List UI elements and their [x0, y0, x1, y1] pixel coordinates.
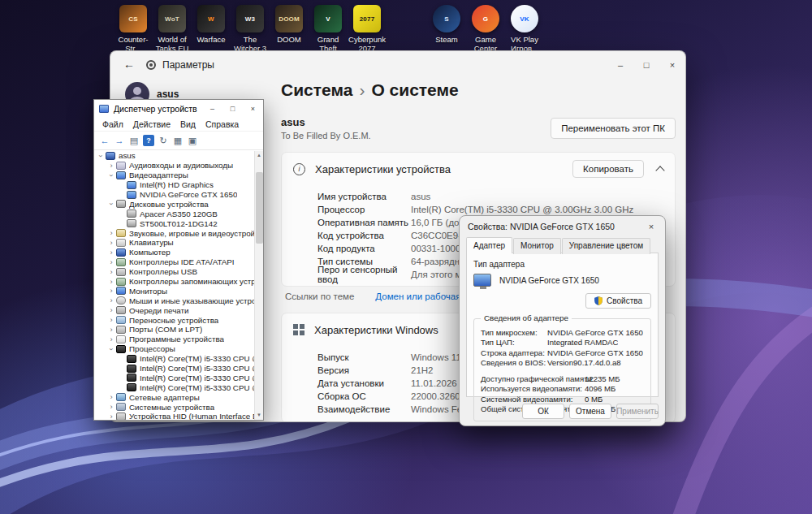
device-manager-titlebar[interactable]: Диспетчер устройств – □ ×	[94, 100, 263, 118]
menu-item[interactable]: Справка	[201, 119, 244, 129]
expander-chevron-icon[interactable]: ›	[107, 335, 115, 343]
menu-item[interactable]: Файл	[97, 119, 128, 129]
expander-chevron-icon[interactable]: ›	[107, 278, 115, 286]
minimize-button[interactable]: –	[607, 51, 633, 79]
expander-chevron-icon[interactable]: ›	[107, 239, 115, 247]
tree-item[interactable]: › Дисковые устройства	[94, 199, 254, 209]
refresh-icon[interactable]: ↻	[156, 134, 171, 148]
expander-chevron-icon[interactable]: ›	[107, 306, 115, 314]
scroll-up-icon[interactable]	[255, 151, 263, 160]
expander-chevron-icon[interactable]: ›	[107, 326, 115, 334]
close-button[interactable]: ×	[659, 51, 685, 79]
help-icon[interactable]: ?	[143, 135, 154, 146]
back-icon[interactable]: ←	[97, 134, 112, 148]
dialog-tab[interactable]: Адаптер	[466, 237, 512, 253]
expander-chevron-icon[interactable]: ›	[107, 393, 115, 401]
menu-item[interactable]: Действие	[128, 119, 175, 129]
tree-item[interactable]: Intel(R) HD Graphics	[94, 180, 254, 190]
dialog-tab[interactable]: Монитор	[513, 238, 561, 254]
tree-item[interactable]: › Переносные устройства	[94, 315, 254, 325]
maximize-button[interactable]: □	[633, 51, 659, 79]
expander-chevron-icon[interactable]: ›	[97, 152, 105, 160]
expander-chevron-icon[interactable]: ›	[107, 268, 115, 276]
tree-item-label: Видеоадаптеры	[129, 171, 188, 179]
forward-icon[interactable]: →	[112, 134, 127, 148]
tree-item[interactable]: › Компьютер	[94, 248, 254, 257]
tree-item[interactable]: › Программные устройства	[94, 335, 254, 344]
adapter-properties-button[interactable]: Свойства	[585, 293, 651, 309]
tree-item[interactable]: › asus	[94, 151, 254, 161]
windows-grid-icon	[293, 324, 304, 335]
chevron-up-icon[interactable]	[655, 166, 664, 175]
list-icon[interactable]: ▤	[127, 134, 141, 148]
tree-item[interactable]: › Мыши и иные указывающие устройства	[94, 296, 254, 305]
dialog-tabs: АдаптерМониторУправление цветом	[466, 238, 651, 254]
expander-chevron-icon[interactable]: ›	[107, 412, 115, 420]
tree-item[interactable]: Intel(R) Core(TM) i5-3330 CPU @ 3.00GHz	[94, 382, 254, 392]
tree-item[interactable]: Apacer AS350 120GB	[94, 209, 254, 218]
expander-chevron-icon[interactable]: ›	[107, 258, 115, 266]
copy-button[interactable]: Копировать	[572, 160, 644, 178]
maximize-button[interactable]: □	[222, 100, 243, 118]
apply-button[interactable]: Применить	[616, 404, 659, 419]
tree-item[interactable]: › Сетевые адаптеры	[94, 392, 254, 402]
close-button[interactable]: ×	[243, 100, 263, 118]
expander-chevron-icon[interactable]: ›	[107, 200, 115, 208]
cancel-button[interactable]: Отмена	[569, 404, 611, 419]
device-specs-header[interactable]: Характеристики устройства Копировать	[282, 153, 675, 185]
expander-chevron-icon[interactable]: ›	[107, 345, 115, 353]
tree-item[interactable]: Intel(R) Core(TM) i5-3330 CPU @ 3.00GHz	[94, 373, 254, 382]
info-value: NVIDIA GeForce GTX 1650	[547, 348, 643, 357]
close-button[interactable]: ×	[637, 216, 665, 237]
tree-item[interactable]: › Контроллеры запоминающих устройств	[94, 277, 254, 287]
tree-item[interactable]: Intel(R) Core(TM) i5-3330 CPU @ 3.00GHz	[94, 354, 254, 364]
tree-item[interactable]: › Мониторы	[94, 286, 254, 296]
tree-item[interactable]: › Системные устройства	[94, 402, 254, 412]
expander-chevron-icon[interactable]: ›	[107, 403, 115, 411]
icon-vk-play[interactable]: VK VK Play Игров...	[505, 5, 544, 53]
icon-steam[interactable]: S Steam	[427, 5, 466, 53]
tree-item[interactable]: › Процессоры	[94, 344, 254, 354]
tree-item[interactable]: › Устройства HID (Human Interface Device…	[94, 412, 254, 420]
scan-icon[interactable]: ▦	[171, 134, 185, 148]
spec-value: Intel(R) Core(TM) i5-3330 CPU @ 3.00GHz …	[411, 205, 633, 214]
info-label: Тип микросхем:	[481, 328, 547, 337]
back-button[interactable]: ←	[123, 58, 135, 71]
tree-item[interactable]: › Контроллеры IDE ATA/ATAPI	[94, 257, 254, 267]
properties-icon[interactable]: ▣	[185, 134, 200, 148]
tree-item[interactable]: › Очереди печати	[94, 305, 254, 315]
device-icon	[116, 403, 126, 411]
tree-item[interactable]: › Видеоадаптеры	[94, 171, 254, 180]
tree-item[interactable]: › Порты (COM и LPT)	[94, 325, 254, 335]
tree-item[interactable]: NVIDIA GeForce GTX 1650	[94, 190, 254, 200]
expander-chevron-icon[interactable]: ›	[107, 229, 115, 237]
info-row: Доступно графической памяти: 12235 МБ	[481, 374, 644, 384]
breadcrumb-section[interactable]: Система	[281, 80, 352, 99]
tree-item[interactable]: › Звуковые, игровые и видеоустройства	[94, 228, 254, 238]
expander-chevron-icon[interactable]: ›	[107, 248, 115, 257]
minimize-button[interactable]: –	[202, 100, 222, 118]
expander-chevron-icon[interactable]: ›	[107, 162, 115, 170]
scrollbar-thumb[interactable]	[256, 172, 263, 244]
menu-item[interactable]: Вид	[175, 119, 201, 129]
ok-button[interactable]: ОК	[522, 404, 564, 419]
spec-label: Перо и сенсорный ввод	[317, 265, 411, 284]
rename-pc-button[interactable]: Переименовать этот ПК	[551, 118, 676, 139]
tree-item[interactable]: › Аудиовходы и аудиовыходы	[94, 161, 254, 171]
expander-chevron-icon[interactable]: ›	[107, 171, 115, 179]
dialog-tab[interactable]: Управление цветом	[562, 238, 650, 254]
settings-titlebar[interactable]: ← Параметры – □ ×	[110, 51, 685, 79]
expander-chevron-icon[interactable]: ›	[107, 287, 115, 295]
device-icon	[116, 316, 126, 324]
tree-item[interactable]: Intel(R) Core(TM) i5-3330 CPU @ 3.00GHz	[94, 364, 254, 374]
expander-chevron-icon[interactable]: ›	[107, 296, 115, 305]
tree-item[interactable]: › Контроллеры USB	[94, 267, 254, 277]
icon-game-center[interactable]: G Game Center	[466, 5, 505, 53]
tree-item[interactable]: › Клавиатуры	[94, 238, 254, 248]
scroll-down-icon[interactable]	[255, 411, 263, 420]
expander-chevron-icon[interactable]: ›	[107, 316, 115, 324]
spec-value: asus	[411, 192, 430, 201]
dialog-titlebar[interactable]: Свойства: NVIDIA GeForce GTX 1650 ×	[460, 216, 665, 237]
scrollbar[interactable]	[254, 151, 263, 420]
tree-item[interactable]: ST500LT012-1DG142	[94, 218, 254, 228]
